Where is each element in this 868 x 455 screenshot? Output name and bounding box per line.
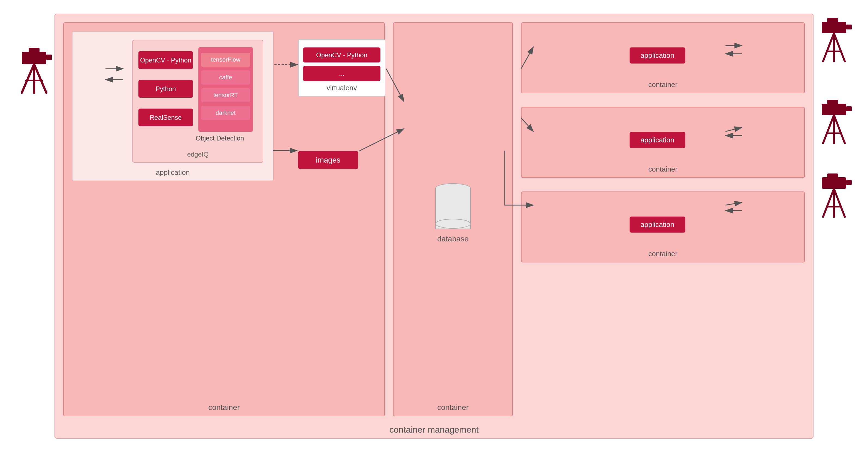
virtualenv-label: virtualenv xyxy=(327,84,357,92)
object-detection-label: Object Detection xyxy=(196,135,244,142)
svg-rect-32 xyxy=(846,106,851,111)
svg-line-33 xyxy=(823,115,834,143)
svg-line-40 xyxy=(823,189,834,217)
virtualenv-box: OpenCV - Python ... virtualenv xyxy=(298,39,385,96)
right-container-3: application container xyxy=(521,192,805,262)
middle-container-box: container database xyxy=(393,22,513,416)
app-chip-2: application xyxy=(629,132,685,148)
svg-rect-39 xyxy=(846,180,851,185)
python-chip: Python xyxy=(138,80,193,98)
container-management-label: container management xyxy=(390,425,478,435)
virtualenv-dots-chip: ... xyxy=(303,66,380,81)
database-icon: database xyxy=(435,183,471,243)
svg-line-21 xyxy=(34,64,46,93)
right-container-label-1: container xyxy=(648,81,678,89)
db-bottom xyxy=(435,219,471,229)
left-container-box: container application edgeIQ OpenCV - Py… xyxy=(63,22,385,416)
app-chip-1: application xyxy=(629,48,685,63)
svg-rect-25 xyxy=(846,25,851,29)
svg-line-28 xyxy=(834,33,845,61)
camera-icon-left xyxy=(13,38,55,102)
camera-icon-right-1 xyxy=(819,11,860,66)
left-container-label: container xyxy=(208,403,240,412)
svg-rect-17 xyxy=(29,48,39,53)
svg-line-35 xyxy=(834,115,845,143)
right-container-1: application container xyxy=(521,22,805,93)
svg-rect-30 xyxy=(822,104,846,115)
svg-rect-37 xyxy=(822,177,846,189)
right-section: application container application contai… xyxy=(521,22,805,416)
camera-icon-right-3 xyxy=(819,166,860,222)
svg-rect-24 xyxy=(827,18,838,23)
right-container-label-2: container xyxy=(648,165,678,173)
realsense-chip: RealSense xyxy=(138,109,193,126)
svg-rect-18 xyxy=(46,55,52,60)
caffe-chip: caffe xyxy=(201,70,250,85)
right-container-2: application container xyxy=(521,107,805,178)
db-body xyxy=(435,188,471,229)
right-container-label-3: container xyxy=(648,250,678,258)
svg-rect-38 xyxy=(827,173,838,178)
tensorrt-chip: tensorRT xyxy=(201,88,250,102)
svg-line-42 xyxy=(834,189,845,217)
opencv-chip: OpenCV - Python xyxy=(138,51,193,69)
edgeiq-box: edgeIQ OpenCV - Python Python RealSense xyxy=(132,40,263,163)
db-label: database xyxy=(437,235,468,243)
edgeiq-label: edgeIQ xyxy=(187,150,209,158)
svg-rect-23 xyxy=(822,22,846,33)
virtualenv-opencv-chip: OpenCV - Python xyxy=(303,48,380,62)
camera-icon-right-2 xyxy=(819,93,860,148)
tensorflow-chip: tensorFlow xyxy=(201,53,250,67)
images-box: images xyxy=(298,151,358,169)
svg-line-26 xyxy=(823,33,834,61)
svg-rect-31 xyxy=(827,100,838,105)
svg-rect-16 xyxy=(22,52,46,64)
application-label: application xyxy=(156,168,190,177)
diagram-root: container management container applicati… xyxy=(5,5,863,450)
right-chip-group: tensorFlow caffe tensorRT darknet xyxy=(198,47,253,132)
darknet-chip: darknet xyxy=(201,106,250,120)
container-management-box: container management container applicati… xyxy=(55,13,813,438)
middle-container-label: container xyxy=(437,403,468,412)
svg-line-19 xyxy=(22,64,34,93)
app-chip-3: application xyxy=(629,217,685,233)
application-inner-box: application edgeIQ OpenCV - Python Pytho… xyxy=(72,31,274,181)
